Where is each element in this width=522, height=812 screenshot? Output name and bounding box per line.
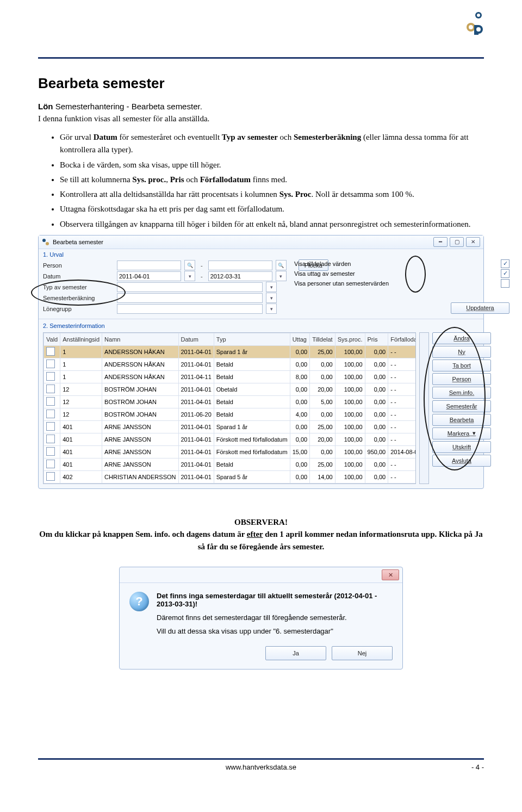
date-from-input[interactable]: 2011-04-01 xyxy=(117,271,181,281)
bullet-item: Kontrollera att alla deltidsanställda ha… xyxy=(60,188,484,201)
opt-label: Visa tilldelade värden xyxy=(294,261,403,267)
dialog-line2: Däremot finns det semesterdagar till för… xyxy=(157,613,393,622)
subheading: Lön Semesterhantering - Bearbeta semeste… xyxy=(38,102,484,111)
row-checkbox[interactable] xyxy=(46,359,55,368)
row-checkbox[interactable] xyxy=(46,460,55,468)
table-row[interactable]: 12BOSTRÖM JOHAN2011-04-01Betald0,005,001… xyxy=(44,395,417,408)
uppdatera-button[interactable]: Uppdatera xyxy=(451,302,509,314)
table-row[interactable]: 1ANDERSSON HÅKAN2011-04-01Sparad 1 år0,0… xyxy=(44,345,417,358)
table-row[interactable]: 401ARNE JANSSON2011-04-01Sparad 1 år0,00… xyxy=(44,420,417,433)
close-button[interactable]: ✕ xyxy=(466,237,480,247)
footer-rule xyxy=(38,758,484,760)
dialog-no-button[interactable]: Nej xyxy=(332,646,393,660)
dialog-line3: Vill du att dessa ska visas upp under "6… xyxy=(157,627,393,635)
row-checkbox[interactable] xyxy=(46,422,55,431)
label-typ: Typ av semester xyxy=(43,284,114,290)
col-forfall[interactable]: Förfallodatum ▲ xyxy=(388,333,416,345)
dropdown-icon[interactable]: ▾ xyxy=(184,271,195,281)
row-checkbox[interactable] xyxy=(46,472,55,481)
markera-button[interactable]: Markera ▾ xyxy=(432,427,491,439)
bullet-item: Observera tillgången av knapparna till h… xyxy=(60,218,484,231)
avsluta-button[interactable]: Avsluta xyxy=(432,455,491,467)
typ-input[interactable] xyxy=(117,282,263,292)
scrollbar[interactable] xyxy=(419,332,429,484)
col-anstid[interactable]: Anställningsid xyxy=(60,333,102,345)
checkbox[interactable] xyxy=(501,279,509,288)
table-row[interactable]: 12BOSTRÖM JOHAN2011-04-01Obetald0,0020,0… xyxy=(44,383,417,395)
row-checkbox[interactable] xyxy=(46,435,55,443)
dropdown-icon[interactable]: ▾ xyxy=(266,293,277,303)
checkbox[interactable] xyxy=(501,259,509,268)
checkbox[interactable] xyxy=(501,269,509,278)
section-semesterinfo-header: 2. Semesterinformation xyxy=(39,320,483,330)
col-uttag[interactable]: Uttag xyxy=(290,333,310,345)
table-row[interactable]: 401ARNE JANSSON2011-04-01Förskott med fö… xyxy=(44,445,417,458)
semesterar-button[interactable]: Semesterår xyxy=(432,400,491,412)
col-pris[interactable]: Pris xyxy=(365,333,388,345)
bullet-item: Bocka i de värden, som ska visas, uppe t… xyxy=(60,159,484,171)
lonegrupp-input[interactable] xyxy=(117,304,263,314)
utskrift-button[interactable]: Utskrift xyxy=(432,441,491,453)
bullet-item: Uttagna förskottsdagar ska ha ett pris p… xyxy=(60,203,484,215)
row-checkbox[interactable] xyxy=(46,397,55,406)
observe-block: OBSERVERA! Om du klickar på knappen Sem.… xyxy=(38,516,484,553)
person-from-input[interactable] xyxy=(117,261,181,270)
section-urval-header: 1. Urval xyxy=(39,249,483,259)
app-window: Bearbeta semester ━ ▢ ✕ 1. Urval Person … xyxy=(38,235,484,489)
person-to-input[interactable] xyxy=(208,261,272,270)
page-heading: Bearbeta semester xyxy=(38,75,484,92)
table-row[interactable]: 12BOSTRÖM JOHAN2011-06-20Betald4,000,001… xyxy=(44,408,417,420)
table-row[interactable]: 1ANDERSSON HÅKAN2011-04-11Betald8,000,00… xyxy=(44,370,417,383)
dropdown-icon[interactable]: ▾ xyxy=(266,303,277,314)
ber-input[interactable] xyxy=(117,293,263,303)
col-datum[interactable]: Datum xyxy=(178,333,214,345)
table-row[interactable]: 401ARNE JANSSON2011-04-01Betald0,0025,00… xyxy=(44,458,417,470)
row-checkbox[interactable] xyxy=(46,410,55,418)
info-dialog: ✕ ? Det finns inga semesterdagar till ak… xyxy=(119,567,403,670)
col-typ[interactable]: Typ xyxy=(214,333,290,345)
person-button[interactable]: Person xyxy=(432,373,491,385)
table-row[interactable]: 1ANDERSSON HÅKAN2011-04-01Betald0,000,00… xyxy=(44,358,417,370)
lookup-icon[interactable]: 🔍 xyxy=(276,260,287,270)
label-datum: Datum xyxy=(43,273,114,280)
row-checkbox[interactable] xyxy=(46,385,55,393)
table-row[interactable]: 401ARNE JANSSON2011-04-01Förskott med fö… xyxy=(44,433,417,445)
row-checkbox[interactable] xyxy=(46,372,55,381)
bullet-item: Gör urval Datum för semesteråret och eve… xyxy=(60,131,484,157)
lookup-icon[interactable]: 🔍 xyxy=(184,260,195,270)
date-to-input[interactable]: 2012-03-31 xyxy=(208,271,272,281)
table-row[interactable]: 402CHRISTIAN ANDERSSON2011-04-01Sparad 5… xyxy=(44,470,417,483)
col-namn[interactable]: Namn xyxy=(102,333,178,345)
window-title: Bearbeta semester xyxy=(53,239,433,245)
label-person: Person xyxy=(43,262,114,269)
minimize-button[interactable]: ━ xyxy=(433,237,448,247)
semester-table: Vald Anställningsid Namn Datum Typ Uttag… xyxy=(44,333,416,484)
opt-label: Visa personer utan semestervärden xyxy=(294,280,403,287)
ny-button[interactable]: Ny xyxy=(432,346,491,358)
bullet-item: Se till att kolumnerna Sys. proc., Pris … xyxy=(60,173,484,186)
svg-point-6 xyxy=(476,27,481,32)
seminfo-button[interactable]: Sem.info. xyxy=(432,387,491,399)
dialog-yes-button[interactable]: Ja xyxy=(265,646,326,660)
label-lonegrupp: Lönegrupp xyxy=(43,306,114,312)
dropdown-icon[interactable]: ▾ xyxy=(266,282,277,292)
svg-point-8 xyxy=(46,242,49,245)
col-tilldelat[interactable]: Tilldelat xyxy=(310,333,335,345)
row-checkbox[interactable] xyxy=(46,347,55,356)
svg-point-1 xyxy=(477,14,480,17)
instruction-list: Gör urval Datum för semesteråret och eve… xyxy=(38,131,484,231)
row-checkbox[interactable] xyxy=(46,447,55,456)
bearbeta-button[interactable]: Bearbeta xyxy=(432,414,491,426)
dialog-close-button[interactable]: ✕ xyxy=(382,569,399,580)
opt-label: Visa uttag av semester xyxy=(294,270,403,277)
andra-button[interactable]: Ändra xyxy=(432,332,491,344)
label-ber: Semesterberäkning xyxy=(43,295,114,301)
dropdown-icon[interactable]: ▾ xyxy=(276,271,287,281)
dialog-line1: Det finns inga semesterdagar till aktuel… xyxy=(157,592,377,608)
col-vald[interactable]: Vald xyxy=(44,333,60,345)
maximize-button[interactable]: ▢ xyxy=(450,237,464,247)
header-rule xyxy=(38,57,484,59)
intro-text: I denna funktion visas all semester för … xyxy=(38,114,484,123)
tabort-button[interactable]: Ta bort xyxy=(432,359,491,371)
col-sysproc[interactable]: Sys.proc. xyxy=(335,333,365,345)
